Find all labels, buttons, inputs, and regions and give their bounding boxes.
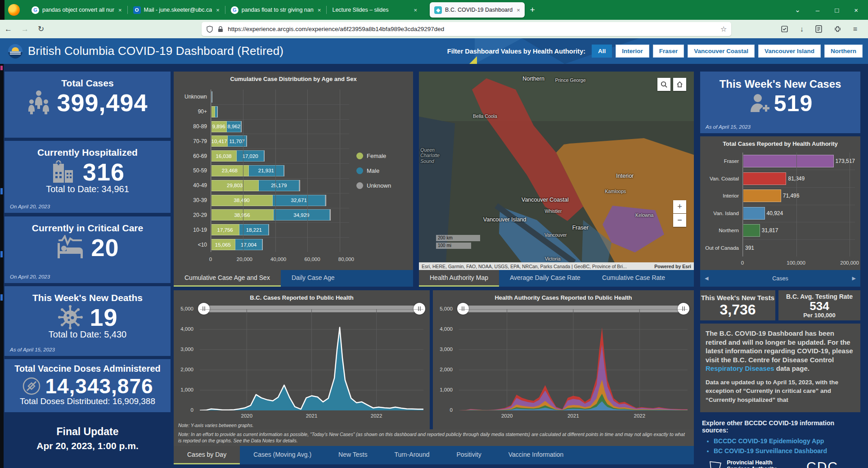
bar-segment-female: 15,065 [211, 239, 235, 250]
age-bar-row: 9,8968,962 [211, 119, 349, 134]
stat-subtitle: Total to Date: 5,430 [4, 329, 171, 340]
ha-cases-chart-panel: Health Authority Cases Reported to Publi… [433, 290, 694, 429]
link-epidemiology-app[interactable]: BCCDC COVID-19 Epidemiology App [714, 437, 860, 445]
x-tick-label: 80,000 [338, 256, 354, 262]
page-title: British Columbia COVID-19 Dashboard (Ret… [28, 44, 283, 58]
browser-tab-4[interactable]: Lecture Slides – slides × [328, 2, 428, 18]
tab-close-icon[interactable]: × [414, 7, 418, 14]
health-authority-map[interactable]: NorthernPrince GeorgeBella CoolaQueen Ch… [419, 72, 694, 270]
stat-subtitle: Total Doses Distributed: 16,909,388 [4, 396, 171, 406]
filter-interior[interactable]: Interior [616, 45, 649, 58]
forward-button[interactable]: → [21, 25, 29, 34]
browser-tab-active[interactable]: ◈ B.C. COVID-19 Dashboard × [430, 2, 525, 18]
filter-label: Filter Dashboard Values by Health Author… [447, 48, 585, 55]
tab-vaccine-information[interactable]: Vaccine Information [495, 446, 577, 464]
filter-fraser[interactable]: Fraser [653, 45, 684, 58]
age-bar-row: 38,49032,671 [211, 193, 349, 208]
tab-positivity[interactable]: Positivity [443, 446, 495, 464]
x-tick-label: 0 [209, 256, 212, 262]
stat-value: 3,736 [700, 302, 775, 318]
tab-daily-case-age[interactable]: Daily Case Age [281, 270, 346, 287]
stat-title: Currently Hospitalized [4, 147, 171, 158]
y-tick-label: 4,000 [440, 326, 453, 332]
filter-vancouver-coastal[interactable]: Vancouver Coastal [688, 45, 755, 58]
close-button[interactable]: × [854, 6, 858, 14]
notice-text: The B.C. COVID-19 Dashboard has been ret… [706, 329, 853, 364]
bar-value-label: 71,496 [783, 193, 800, 199]
age-category-label: 60-69 [178, 148, 211, 163]
scroll-left-icon[interactable]: ◀ [705, 275, 708, 281]
tab-cumulative-case-rate[interactable]: Cumulative Case Rate [591, 270, 676, 287]
map-label-bella-coola: Bella Coola [473, 113, 497, 119]
map-search-button[interactable] [657, 78, 670, 91]
bar-van-island [743, 207, 765, 220]
age-plot-area: 9,8968,96210,41711,70716,03817,02023,468… [211, 90, 349, 252]
restore-button[interactable]: □ [835, 6, 839, 14]
gridline [211, 90, 211, 252]
bookmark-star-icon[interactable]: ☆ [720, 25, 727, 33]
new-tab-button[interactable]: + [530, 5, 535, 15]
bar-van-coastal [743, 172, 786, 185]
map-zoom-out-button[interactable]: − [673, 214, 686, 227]
phsa-logo: Provincial Health Services Authority Pro… [707, 460, 776, 468]
filter-northern[interactable]: Northern [824, 45, 863, 58]
shield-icon[interactable] [206, 26, 213, 33]
tab-close-icon[interactable]: × [517, 7, 520, 14]
age-category-label: 90+ [178, 104, 211, 119]
tab-cases-moving-avg[interactable]: Cases (Moving Avg.) [240, 446, 325, 464]
browser-tab-3[interactable]: G pandas float to str giving nan - × [226, 2, 326, 18]
tab-cases-by-day[interactable]: Cases by Day [174, 446, 240, 464]
tab-health-authority-map[interactable]: Health Authority Map [419, 270, 499, 287]
x-tick-label: 60,000 [304, 256, 320, 262]
stat-value: 19 [90, 303, 117, 331]
reader-icon[interactable] [815, 25, 822, 33]
tab-title: B.C. COVID-19 Dashboard [445, 7, 513, 13]
browser-tab-1[interactable]: G pandas object convert all numb × [27, 2, 126, 18]
url-bar[interactable]: https://experience.arcgis.com/experience… [202, 22, 731, 36]
map-home-button[interactable] [673, 78, 686, 91]
age-bar-row [211, 104, 349, 119]
downloads-icon[interactable]: ↓ [800, 25, 804, 33]
tab-turn-around[interactable]: Turn-Around [381, 446, 443, 464]
minimize-button[interactable]: – [816, 6, 819, 14]
protection-icon[interactable] [781, 25, 788, 33]
bar-segment-unknown [264, 150, 265, 162]
scroll-right-icon[interactable]: ▶ [852, 275, 856, 281]
extensions-icon[interactable] [834, 25, 841, 33]
stat-subtitle: Total to Date: 34,961 [4, 184, 171, 194]
age-bar-row: 23,46821,931 [211, 163, 349, 178]
respiratory-diseases-link[interactable]: Respiratory Diseases [706, 364, 774, 372]
firefox-icon[interactable] [8, 4, 20, 16]
browser-tab-2[interactable]: O Mail - june.skeeter@ubc.ca × [129, 2, 224, 18]
menu-icon[interactable]: ≡ [853, 25, 857, 33]
cdc-mark: CDC [792, 460, 853, 468]
bar-segment-unknown [269, 224, 269, 235]
tab-close-icon[interactable]: × [118, 7, 122, 14]
ha-category-label: Northern [703, 222, 742, 239]
stat-footnote: As of April 15, 2023 [706, 124, 751, 130]
y-tick-label: 0 [450, 407, 453, 413]
bar-value-label: 391 [745, 245, 754, 251]
bar-interior [743, 189, 781, 202]
tab-cumulative-case-age-sex[interactable]: Cumulative Case Age and Sex [174, 270, 281, 287]
filter-vancouver-island[interactable]: Vancouver Island [758, 45, 821, 58]
map-zoom-in-button[interactable]: + [673, 200, 686, 213]
back-button[interactable]: ← [4, 25, 12, 34]
bar-segment-male: 18,221 [239, 224, 269, 235]
tab-average-daily-case-rate[interactable]: Average Daily Case Rate [499, 270, 591, 287]
tab-close-icon[interactable]: × [318, 7, 321, 14]
bar-segment-unknown [262, 239, 263, 250]
list-tabs-icon[interactable]: ⌄ [795, 6, 801, 14]
chart-legend: Female Male Unknown [349, 90, 409, 252]
bar-value-label: 173,517 [836, 158, 855, 164]
reload-button[interactable]: ↻ [38, 24, 44, 34]
filter-all[interactable]: All [592, 45, 612, 58]
tab-new-tests[interactable]: New Tests [325, 446, 381, 464]
lock-icon[interactable] [217, 26, 224, 33]
bar-segment-female: 38,956 [211, 209, 274, 220]
bottom-tabs: Cases by Day Cases (Moving Avg.) New Tes… [174, 446, 694, 464]
bar-segment-female: 10,417 [211, 135, 228, 147]
tab-close-icon[interactable]: × [216, 7, 220, 14]
link-surveillance-dashboard[interactable]: BC COVID-19 Surveillance Dashboard [714, 447, 860, 454]
age-bar-row: 17,75618,221 [211, 222, 349, 237]
